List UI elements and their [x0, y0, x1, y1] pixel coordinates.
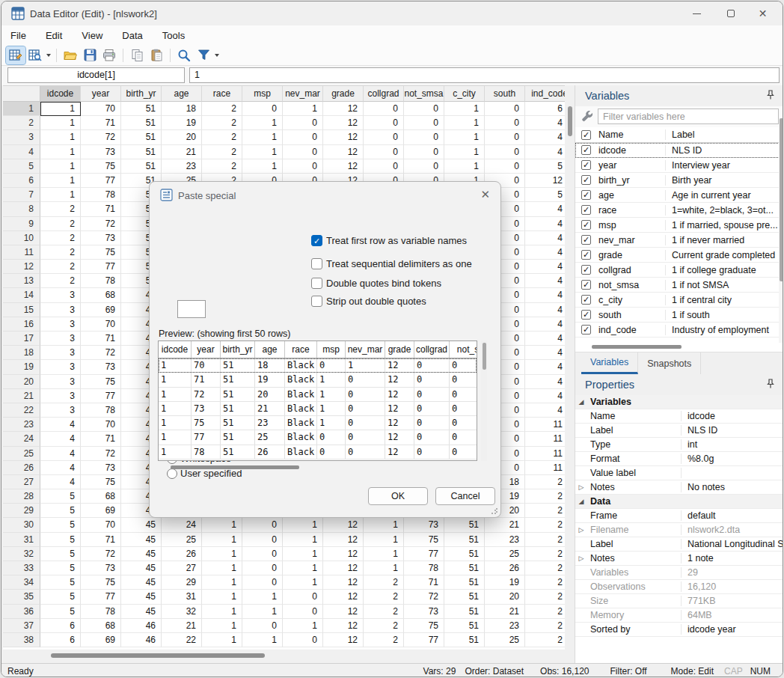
- expander-collapsed-icon[interactable]: ▷: [575, 526, 587, 534]
- grid-cell[interactable]: 78: [81, 188, 121, 202]
- grid-cell[interactable]: 21: [162, 145, 202, 159]
- row-number[interactable]: 36: [3, 605, 40, 619]
- row-number[interactable]: 23: [3, 418, 40, 432]
- checkbox-treat-first-row-as-variable-names[interactable]: ✓: [311, 235, 322, 246]
- column-header-south[interactable]: south: [485, 86, 525, 102]
- row-number[interactable]: 27: [3, 475, 40, 489]
- grid-cell[interactable]: 4: [525, 346, 565, 360]
- grid-cell[interactable]: 75: [404, 533, 444, 547]
- row-number[interactable]: 18: [3, 346, 40, 360]
- grid-cell[interactable]: 1: [202, 518, 242, 532]
- cancel-button[interactable]: Cancel: [435, 487, 495, 505]
- grid-cell[interactable]: 1: [283, 533, 323, 547]
- grid-cell[interactable]: 0: [242, 619, 283, 633]
- wrench-icon[interactable]: [581, 109, 594, 123]
- grid-cell[interactable]: 5: [40, 547, 81, 561]
- row-number[interactable]: 12: [3, 260, 40, 274]
- grid-cell[interactable]: 77: [81, 260, 121, 274]
- grid-cell[interactable]: 29: [162, 575, 202, 590]
- save-button[interactable]: [80, 46, 99, 64]
- grid-cell[interactable]: 4: [525, 217, 565, 231]
- grid-cell[interactable]: 51: [121, 102, 162, 116]
- variable-checkbox[interactable]: ✓: [581, 145, 591, 155]
- grid-cell[interactable]: 27: [162, 561, 202, 575]
- grid-cell[interactable]: 0: [404, 116, 444, 130]
- variable-checkbox[interactable]: ✓: [581, 325, 591, 335]
- preview-horizontal-scrollbar[interactable]: [158, 464, 477, 470]
- grid-cell[interactable]: 73: [81, 145, 121, 159]
- grid-cell[interactable]: 12: [525, 174, 565, 188]
- variable-checkbox[interactable]: ✓: [581, 235, 591, 245]
- grid-cell[interactable]: 2: [364, 605, 404, 619]
- grid-cell[interactable]: 3: [40, 375, 81, 389]
- grid-cell[interactable]: 4: [40, 475, 81, 489]
- grid-cell[interactable]: 4: [525, 317, 565, 332]
- grid-cell[interactable]: 0: [283, 130, 323, 144]
- grid-cell[interactable]: 3: [40, 288, 81, 302]
- property-value[interactable]: nlswork2.dta: [682, 525, 783, 535]
- row-number[interactable]: 28: [3, 489, 40, 504]
- expander-collapsed-icon[interactable]: ▷: [575, 483, 587, 491]
- grid-cell[interactable]: 71: [404, 575, 444, 590]
- grid-cell[interactable]: 4: [525, 231, 565, 245]
- grid-cell[interactable]: 68: [81, 619, 121, 633]
- grid-cell[interactable]: 0: [283, 605, 323, 619]
- grid-cell[interactable]: 3: [40, 346, 81, 360]
- grid-cell[interactable]: 2: [525, 619, 565, 633]
- grid-cell[interactable]: 5: [40, 504, 81, 518]
- grid-cell[interactable]: 18: [162, 102, 202, 116]
- column-header-collgrad[interactable]: collgrad: [364, 86, 404, 102]
- grid-cell[interactable]: 31: [162, 590, 202, 604]
- grid-cell[interactable]: 1: [242, 116, 283, 130]
- grid-cell[interactable]: 5: [40, 575, 81, 590]
- tab-variables[interactable]: Variables: [581, 352, 638, 374]
- variable-row-south[interactable]: ✓south1 if south: [575, 308, 783, 323]
- grid-cell[interactable]: 2: [40, 260, 81, 274]
- grid-cell[interactable]: 77: [81, 389, 121, 403]
- grid-cell[interactable]: 69: [81, 504, 121, 518]
- variable-row-race[interactable]: ✓race1=white, 2=black, 3=ot...: [575, 203, 783, 218]
- grid-cell[interactable]: 2: [525, 533, 565, 547]
- grid-cell[interactable]: 1: [202, 561, 242, 575]
- grid-cell[interactable]: 4: [525, 360, 565, 374]
- grid-cell[interactable]: 4: [525, 260, 565, 274]
- variable-row-c_city[interactable]: ✓c_city1 if central city: [575, 293, 783, 308]
- grid-cell[interactable]: 2: [364, 590, 404, 604]
- grid-cell[interactable]: 3: [40, 332, 81, 346]
- grid-cell[interactable]: 0: [242, 102, 283, 116]
- grid-cell[interactable]: 1: [202, 633, 242, 647]
- row-number[interactable]: 25: [3, 447, 40, 461]
- pin-icon[interactable]: [766, 379, 775, 388]
- grid-cell[interactable]: 5: [40, 605, 81, 619]
- grid-cell[interactable]: 2: [525, 633, 565, 647]
- grid-cell[interactable]: 72: [81, 547, 121, 561]
- grid-cell[interactable]: 4: [525, 403, 565, 418]
- grid-cell[interactable]: 78: [81, 403, 121, 418]
- grid-cell[interactable]: 46: [121, 619, 162, 633]
- column-header-ind_code[interactable]: ind_code: [525, 86, 565, 102]
- grid-cell[interactable]: 75: [81, 575, 121, 590]
- grid-cell[interactable]: 72: [81, 447, 121, 461]
- grid-cell[interactable]: 12: [323, 116, 364, 130]
- grid-cell[interactable]: 1: [444, 116, 485, 130]
- grid-cell[interactable]: 1: [444, 145, 485, 159]
- grid-cell[interactable]: 3: [40, 403, 81, 418]
- grid-cell[interactable]: 0: [404, 130, 444, 144]
- minimize-button[interactable]: [680, 1, 714, 25]
- column-header-nev_mar[interactable]: nev_mar: [283, 86, 323, 102]
- grid-cell[interactable]: 4: [525, 375, 565, 389]
- grid-cell[interactable]: 12: [323, 145, 364, 159]
- variable-checkbox[interactable]: ✓: [581, 160, 591, 170]
- grid-cell[interactable]: 2: [525, 561, 565, 575]
- grid-cell[interactable]: 1: [40, 116, 81, 130]
- grid-cell[interactable]: 2: [525, 590, 565, 604]
- grid-cell[interactable]: 1: [242, 590, 283, 604]
- checkbox-strip-out-double-quotes[interactable]: [311, 296, 322, 307]
- grid-cell[interactable]: 72: [81, 217, 121, 231]
- variable-checkbox[interactable]: ✓: [581, 190, 591, 200]
- property-value[interactable]: idcode year: [682, 624, 783, 635]
- column-header-grade[interactable]: grade: [323, 86, 364, 102]
- grid-cell[interactable]: 5: [40, 489, 81, 504]
- grid-cell[interactable]: 45: [121, 547, 162, 561]
- grid-cell[interactable]: 1: [40, 159, 81, 174]
